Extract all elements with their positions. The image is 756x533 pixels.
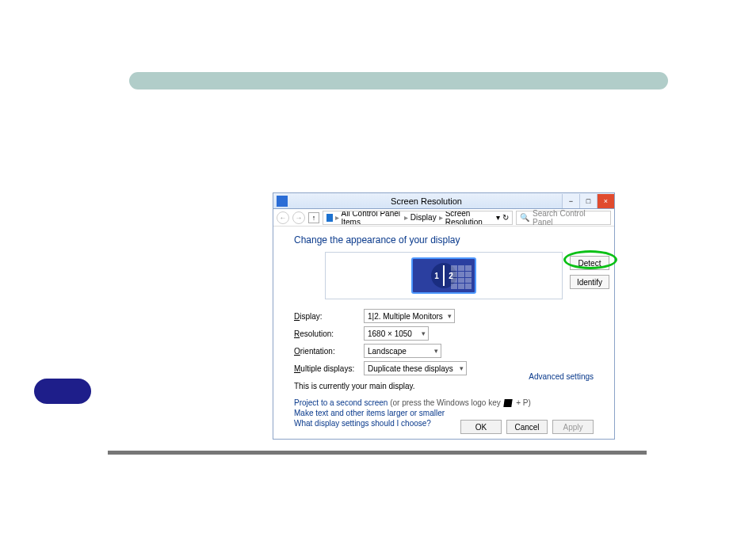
text-size-link[interactable]: Make text and other items larger or smal… (294, 409, 594, 417)
refresh-icon[interactable]: ↻ (502, 213, 509, 222)
window-title: Screen Resolution (291, 196, 562, 206)
identify-button[interactable]: Identify (570, 275, 609, 289)
search-placeholder: Search Control Panel (533, 209, 607, 227)
up-button[interactable]: ↑ (308, 212, 319, 223)
search-input[interactable]: 🔍 Search Control Panel (516, 211, 611, 225)
back-button[interactable]: ← (277, 211, 289, 224)
chevron-right-icon: ▸ (335, 213, 339, 222)
close-button[interactable]: × (597, 194, 614, 208)
display-label: DDisplay:isplay: (294, 312, 364, 321)
search-icon: 🔍 (520, 213, 529, 222)
multiple-displays-select[interactable]: Duplicate these displays (364, 361, 467, 375)
chevron-right-icon: ▸ (439, 213, 443, 222)
computer-icon (326, 214, 333, 222)
decorative-divider (108, 451, 647, 455)
resolution-label: Resolution: (294, 329, 364, 338)
breadcrumb[interactable]: ▸ All Control Panel Items ▸ Display ▸ Sc… (323, 211, 513, 225)
forward-button[interactable]: → (292, 211, 305, 224)
advanced-settings-link[interactable]: Advanced settings (529, 372, 594, 381)
ok-button[interactable]: OK (460, 420, 502, 434)
breadcrumb-item[interactable]: Display (410, 213, 437, 222)
dialog-buttons: OK Cancel Apply (460, 420, 594, 434)
multiple-displays-label: Multiple displays: (294, 364, 364, 373)
project-key: + P) (516, 398, 531, 407)
apply-button[interactable]: Apply (552, 420, 594, 434)
main-display-note: This is currently your main display. (294, 382, 594, 390)
monitor-thumbnail[interactable]: 1 2 (411, 257, 476, 294)
titlebar[interactable]: Screen Resolution − □ × (273, 193, 614, 209)
orientation-select[interactable]: Landscape (364, 344, 441, 358)
keypad-icon (451, 265, 472, 289)
cancel-button[interactable]: Cancel (506, 420, 548, 434)
decorative-banner (129, 72, 668, 89)
display-preview[interactable]: Detect Identify 1 2 (325, 252, 563, 299)
highlight-circle (563, 250, 617, 269)
resolution-select[interactable]: 1680 × 1050 (364, 326, 429, 341)
display-select[interactable]: 1|2. Multiple Monitors (364, 309, 455, 323)
breadcrumb-item[interactable]: All Control Panel Items (342, 211, 402, 225)
chevron-right-icon: ▸ (404, 213, 408, 222)
orientation-label: Orientation: (294, 347, 364, 356)
navigation-row: ← → ↑ ▸ All Control Panel Items ▸ Displa… (273, 209, 614, 227)
breadcrumb-dropdown[interactable]: ▾ (496, 213, 500, 222)
screen-resolution-window: Screen Resolution − □ × ← → ↑ ▸ All Cont… (273, 192, 615, 440)
minimize-button[interactable]: − (562, 194, 579, 208)
window-icon (277, 196, 288, 207)
page-title: Change the appearance of your display (294, 234, 594, 246)
monitor-1-label: 1 (431, 272, 442, 280)
decorative-pill (34, 379, 91, 404)
breadcrumb-item[interactable]: Screen Resolution (445, 211, 494, 225)
project-link-line: Project to a second screen (or press the… (294, 398, 594, 407)
project-hint: (or press the Windows logo key (390, 398, 502, 407)
content-pane: Change the appearance of your display De… (273, 227, 614, 432)
windows-logo-icon (504, 399, 513, 407)
maximize-button[interactable]: □ (579, 194, 597, 208)
project-link[interactable]: Project to a second screen (294, 398, 388, 407)
